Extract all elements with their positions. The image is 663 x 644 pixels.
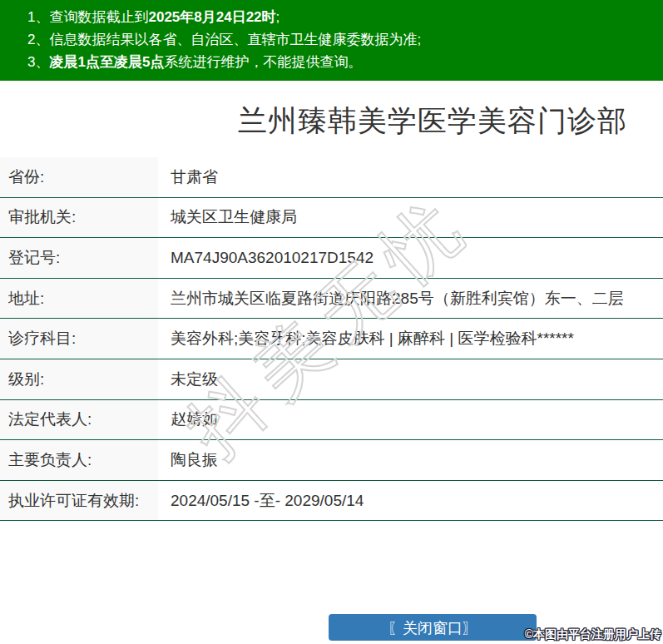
row-label: 诊疗科目: xyxy=(0,319,158,359)
row-label: 省份: xyxy=(0,157,158,197)
table-row-legal-representative: 法定代表人: 赵婧如 xyxy=(0,400,663,441)
notice-banner: 1、查询数据截止到2025年8月24日22时; 2、信息数据结果以各省、自治区、… xyxy=(0,0,663,81)
table-row-medical-subjects: 诊疗科目: 美容外科;美容牙科;美容皮肤科 | 麻醉科 | 医学检验科*****… xyxy=(0,319,663,359)
row-label: 执业许可证有效期: xyxy=(0,481,158,521)
notice-line-3: 3、凌晨1点至凌晨5点系统进行维护，不能提供查询。 xyxy=(27,51,663,73)
notice-line-1: 1、查询数据截止到2025年8月24日22时; xyxy=(27,6,663,28)
notice-line-2: 2、信息数据结果以各省、自治区、直辖市卫生健康委数据为准; xyxy=(27,28,663,51)
notice-text: 查询数据截止到 xyxy=(49,9,148,25)
row-label: 主要负责人: xyxy=(0,440,158,480)
row-value: 城关区卫生健康局 xyxy=(158,198,297,238)
row-label: 登记号: xyxy=(0,238,158,278)
table-row-level: 级别: 未定级 xyxy=(0,359,663,400)
row-label: 审批机关: xyxy=(0,198,158,238)
notice-number: 1、 xyxy=(27,9,49,25)
table-row-address: 地址: 兰州市城关区临夏路街道庆阳路285号（新胜利宾馆）东一、二层 xyxy=(0,279,663,320)
table-row-license-validity: 执业许可证有效期: 2024/05/15 -至- 2029/05/14 xyxy=(0,481,663,522)
notice-number: 3、 xyxy=(27,54,49,70)
table-row-person-in-charge: 主要负责人: 陶良振 xyxy=(0,440,663,481)
table-row-registration-number: 登记号: MA74J90A362010217D1542 xyxy=(0,238,663,279)
notice-text: 信息数据结果以各省、自治区、直辖市卫生健康委数据为准; xyxy=(49,32,421,47)
row-value: 赵婧如 xyxy=(158,400,218,440)
page: 1、查询数据截止到2025年8月24日22时; 2、信息数据结果以各省、自治区、… xyxy=(0,0,663,641)
institution-info-table: 省份: 甘肃省 审批机关: 城关区卫生健康局 登记号: MA74J90A3620… xyxy=(0,157,663,521)
row-label: 地址: xyxy=(0,279,158,319)
notice-text: ; xyxy=(276,9,280,25)
uploader-copyright-stamp: ©本图由平台注册用户上传 xyxy=(525,627,661,642)
row-value: 2024/05/15 -至- 2029/05/14 xyxy=(158,481,364,521)
row-value: MA74J90A362010217D1542 xyxy=(158,238,374,278)
notice-text-bold: 凌晨1点至凌晨5点 xyxy=(49,54,164,70)
row-value: 兰州市城关区临夏路街道庆阳路285号（新胜利宾馆）东一、二层 xyxy=(158,279,624,319)
row-value: 陶良振 xyxy=(158,440,218,480)
close-window-button[interactable]: 〖关闭窗口〗 xyxy=(329,614,537,641)
row-label: 级别: xyxy=(0,359,158,399)
notice-number: 2、 xyxy=(27,32,49,47)
notice-text-bold: 2025年8月24日22时 xyxy=(148,9,275,25)
table-row-approval-authority: 审批机关: 城关区卫生健康局 xyxy=(0,198,663,239)
page-title: 兰州臻韩美学医学美容门诊部 xyxy=(0,81,663,135)
row-value: 甘肃省 xyxy=(158,157,218,197)
row-label: 法定代表人: xyxy=(0,400,158,440)
row-value: 未定级 xyxy=(158,359,218,399)
notice-text: 系统进行维护，不能提供查询。 xyxy=(164,54,362,70)
table-row-province: 省份: 甘肃省 xyxy=(0,157,663,198)
row-value: 美容外科;美容牙科;美容皮肤科 | 麻醉科 | 医学检验科****** xyxy=(158,319,574,359)
